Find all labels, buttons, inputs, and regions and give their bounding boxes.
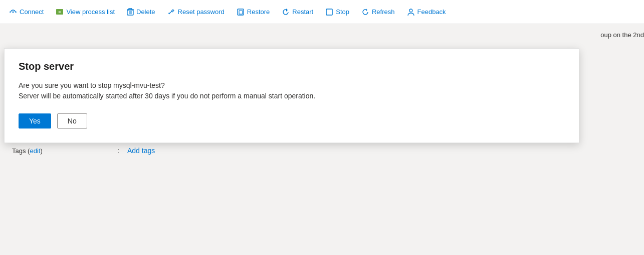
toolbar: Connect ≡ View process list Delete	[0, 0, 644, 24]
reset-password-label: Reset password	[178, 8, 225, 16]
tags-text: Tags (	[12, 147, 30, 155]
restore-icon	[237, 8, 245, 16]
refresh-icon	[361, 8, 369, 16]
toolbar-view-process-list[interactable]: ≡ View process list	[51, 5, 120, 19]
svg-marker-8	[366, 9, 367, 11]
refresh-label: Refresh	[372, 8, 395, 16]
svg-rect-7	[326, 9, 332, 15]
tags-row: Tags (edit) : Add tags	[12, 147, 632, 155]
dialog-no-button[interactable]: No	[57, 113, 87, 129]
svg-text:≡: ≡	[59, 10, 61, 15]
connect-icon	[9, 8, 17, 16]
reset-password-icon	[167, 8, 175, 16]
delete-label: Delete	[136, 8, 155, 16]
stop-server-dialog: Stop server Are you sure you want to sto…	[4, 48, 579, 143]
tags-edit-link[interactable]: edit	[30, 147, 40, 155]
partial-context-text: oup on the 2nd	[600, 31, 644, 39]
toolbar-refresh[interactable]: Refresh	[356, 5, 400, 19]
dialog-body-line1: Are you sure you want to stop mysql-mvu-…	[19, 80, 565, 91]
toolbar-restart[interactable]: Restart	[277, 5, 318, 19]
toolbar-connect[interactable]: Connect	[4, 5, 49, 19]
connect-label: Connect	[20, 8, 44, 16]
feedback-label: Feedback	[417, 8, 446, 16]
view-process-list-icon: ≡	[56, 8, 64, 16]
dialog-body-line2: Server will be automatically started aft…	[19, 91, 565, 101]
svg-point-9	[409, 9, 412, 12]
restore-label: Restore	[247, 8, 270, 16]
dialog-title: Stop server	[19, 61, 565, 72]
dialog-actions: Yes No	[19, 113, 565, 129]
restart-label: Restart	[292, 8, 313, 16]
restart-icon	[282, 8, 290, 16]
delete-icon	[127, 8, 134, 16]
toolbar-reset-password[interactable]: Reset password	[162, 5, 230, 19]
toolbar-stop[interactable]: Stop	[320, 5, 354, 19]
stop-icon	[325, 8, 333, 16]
svg-rect-5	[239, 11, 243, 14]
toolbar-restore[interactable]: Restore	[232, 5, 275, 19]
feedback-icon	[407, 8, 415, 16]
content-area: oup on the 2nd Subscription ID : Resourc…	[0, 24, 644, 255]
dialog-body: Are you sure you want to stop mysql-mvu-…	[19, 80, 565, 101]
tags-close: )	[40, 147, 42, 155]
tags-colon: :	[117, 147, 127, 155]
view-process-list-label: View process list	[66, 8, 115, 16]
toolbar-delete[interactable]: Delete	[122, 5, 160, 19]
tags-label: Tags (edit)	[12, 147, 117, 155]
tags-value[interactable]: Add tags	[127, 147, 155, 155]
svg-point-0	[13, 11, 14, 13]
toolbar-feedback[interactable]: Feedback	[402, 5, 451, 19]
dialog-yes-button[interactable]: Yes	[19, 113, 51, 129]
svg-marker-6	[286, 9, 288, 12]
stop-label: Stop	[336, 8, 349, 16]
